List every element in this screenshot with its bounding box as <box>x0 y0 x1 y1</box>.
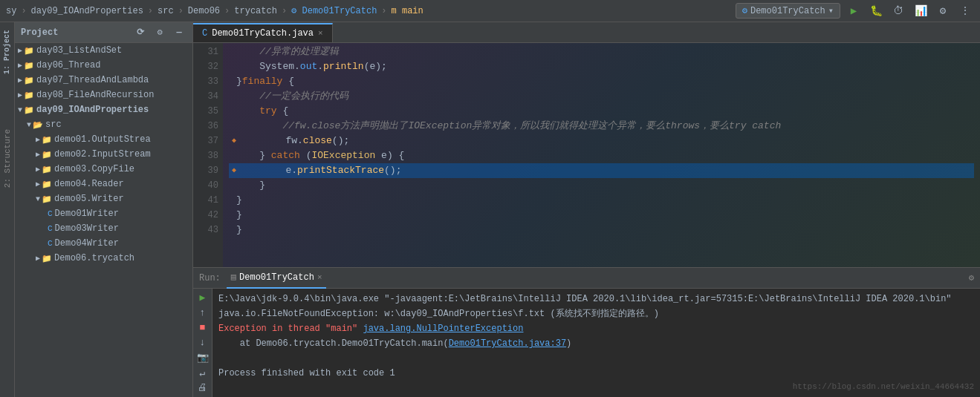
breadcrumb-main: m main <box>392 6 424 16</box>
tab-java-icon: C <box>202 28 207 39</box>
project-collapse-button[interactable]: — <box>172 25 186 40</box>
run-settings-button[interactable]: ⚙ <box>969 272 974 283</box>
profile-button[interactable]: 📊 <box>912 2 929 20</box>
run-tab-icon: ▤ <box>231 272 236 283</box>
run-output: E:\Java\jdk-9.0.4\bin\java.exe "-javaage… <box>212 289 980 397</box>
tree-item-demo04writer[interactable]: C Demo04Writer <box>15 236 192 251</box>
code-line-33: }finally { <box>229 74 974 89</box>
tree-item-day06[interactable]: ▶ 📁 day06_Thread <box>15 58 192 73</box>
project-label: Project <box>21 27 129 38</box>
code-editor[interactable]: 31 32 33 34 35 36 37 38 39 40 41 42 43 /… <box>193 43 980 267</box>
tree-item-day03[interactable]: ▶ 📁 day03_ListAndSet <box>15 43 192 58</box>
run-output-line-5 <box>218 351 974 366</box>
project-sidebar-tab[interactable]: 1: Project <box>1 25 13 79</box>
run-output-line-4: at Demo06.trycatch.Demo01TryCatch.main(D… <box>218 336 974 351</box>
run-tab-demo01[interactable]: ▤ Demo01TryCatch × <box>227 268 327 289</box>
top-bar: sy › day09_IOAndProperties › src › Demo0… <box>0 0 980 22</box>
run-label: Run: <box>199 273 221 283</box>
run-up-button[interactable]: ↑ <box>195 306 211 318</box>
run-output-line-6: Process finished with exit code 1 <box>218 366 974 381</box>
run-config-dropdown-icon: ▾ <box>828 5 834 16</box>
run-panel: Run: ▤ Demo01TryCatch × ⚙ ▶ ↑ ■ ↓ 📷 ↵ 🖨 <box>193 267 980 397</box>
run-down-button[interactable]: ↓ <box>195 337 211 349</box>
code-line-40: } <box>229 178 974 193</box>
project-panel: Project ⟳ ⚙ — ▶ 📁 day03_ListAndSet ▶ 📁 d… <box>15 22 193 397</box>
tree-item-day07[interactable]: ▶ 📁 day07_ThreadAndLambda <box>15 73 192 88</box>
editor-area: C Demo01TryCatch.java × 31 32 33 34 35 3… <box>193 22 980 397</box>
tab-filename: Demo01TryCatch.java <box>212 28 314 39</box>
breadcrumb-class: ⚙ Demo01TryCatch <box>291 5 377 16</box>
code-line-41: } <box>229 193 974 208</box>
project-settings-button[interactable]: ⚙ <box>152 25 167 40</box>
run-print-button[interactable]: 🖨 <box>195 382 211 394</box>
code-line-42: } <box>229 208 974 223</box>
tab-bar: C Demo01TryCatch.java × <box>193 22 980 43</box>
tree-item-demo05[interactable]: ▼ 📁 demo05.Writer <box>15 191 192 206</box>
code-line-35: try { <box>229 104 974 119</box>
run-button[interactable]: ▶ <box>845 2 863 20</box>
structure-sidebar-tab[interactable]: 2: Structure <box>1 125 13 192</box>
coverage-button[interactable]: ⏱ <box>889 2 907 20</box>
project-sync-button[interactable]: ⟳ <box>133 25 148 40</box>
breadcrumb-day09: day09_IOAndProperties <box>31 6 143 16</box>
run-output-line-2: java.io.FileNotFoundException: w:\day09_… <box>218 306 974 321</box>
left-icon-strip: 1: Project 2: Structure <box>0 22 15 397</box>
code-line-32: System.out.println(e); <box>229 59 974 74</box>
run-output-line-1: E:\Java\jdk-9.0.4\bin\java.exe "-javaage… <box>218 292 974 306</box>
tree-item-demo03[interactable]: ▶ 📁 demo03.CopyFile <box>15 162 192 177</box>
run-tab-close[interactable]: × <box>317 273 322 282</box>
project-panel-header: Project ⟳ ⚙ — <box>15 22 192 43</box>
run-toolbar: ▶ ↑ ■ ↓ 📷 ↵ 🖨 <box>193 289 212 397</box>
run-stop-button[interactable]: ■ <box>195 322 211 334</box>
code-line-43: } <box>229 223 974 237</box>
run-tab-name: Demo01TryCatch <box>239 272 314 283</box>
code-line-34: //一定会执行的代码 <box>229 89 974 104</box>
code-line-38: } catch (IOException e) { <box>229 148 974 163</box>
run-config-icon: ⚙ <box>742 5 747 16</box>
breadcrumb-sy: sy <box>6 6 16 16</box>
code-line-36: //fw.close方法声明抛出了IOException异常对象，所以我们就得处… <box>229 119 974 134</box>
file-tree: ▶ 📁 day03_ListAndSet ▶ 📁 day06_Thread ▶ … <box>15 43 192 397</box>
tree-item-demo06[interactable]: ▶ 📁 Demo06.trycatch <box>15 251 192 266</box>
run-content: ▶ ↑ ■ ↓ 📷 ↵ 🖨 E:\Java\jdk-9.0.4\bin\java… <box>193 289 980 397</box>
tree-item-demo03writer[interactable]: C Demo03Writer <box>15 221 192 236</box>
run-output-line-3: Exception in thread "main" java.lang.Nul… <box>218 321 974 336</box>
tab-close-button[interactable]: × <box>318 29 323 38</box>
tree-item-src[interactable]: ▼ 📂 src <box>15 117 192 132</box>
debug-button[interactable]: 🐛 <box>867 2 885 20</box>
breadcrumb-demo06: Demo06 <box>188 6 220 16</box>
tree-item-demo02[interactable]: ▶ 📁 demo02.InputStream <box>15 147 192 162</box>
settings-button[interactable]: ⚙ <box>934 2 952 20</box>
more-button[interactable]: ⋮ <box>956 2 974 20</box>
run-config-label: Demo01TryCatch <box>750 6 825 16</box>
code-content[interactable]: //异常的处理逻辑 System.out.println(e); }finall… <box>223 43 980 267</box>
run-screenshot-button[interactable]: 📷 <box>195 352 211 364</box>
tree-item-day08[interactable]: ▶ 📁 day08_FileAndRecursion <box>15 88 192 102</box>
code-line-31: //异常的处理逻辑 <box>229 45 974 59</box>
run-restart-button[interactable]: ▶ <box>195 292 211 304</box>
run-panel-header: Run: ▤ Demo01TryCatch × ⚙ <box>193 268 980 289</box>
tree-item-day09[interactable]: ▼ 📁 day09_IOAndProperties <box>15 102 192 117</box>
tree-item-demo04[interactable]: ▶ 📁 demo04.Reader <box>15 177 192 191</box>
run-stacktrace-link[interactable]: Demo01TryCatch.java:37 <box>449 336 566 351</box>
line-numbers: 31 32 33 34 35 36 37 38 39 40 41 42 43 <box>193 43 223 267</box>
tree-item-demo01[interactable]: ▶ 📁 demo01.OutputStrea <box>15 132 192 147</box>
editor-tab-demo01trycatch[interactable]: C Demo01TryCatch.java × <box>193 23 333 42</box>
code-line-37: ◆ fw.close(); <box>229 134 974 148</box>
tree-item-demo01writer[interactable]: C Demo01Writer <box>15 206 192 221</box>
run-watermark: https://blog.csdn.net/weixin_44664432 <box>793 379 974 394</box>
run-exception-text: Exception in thread "main" <box>218 321 363 336</box>
code-line-39: ◆ e.printStackTrace(); <box>229 163 974 178</box>
run-wrap-button[interactable]: ↵ <box>195 367 211 378</box>
breadcrumb-src: src <box>158 6 174 16</box>
run-nullpointer-link[interactable]: java.lang.NullPointerException <box>363 321 523 336</box>
run-config-selector[interactable]: ⚙ Demo01TryCatch ▾ <box>736 3 840 19</box>
breadcrumb-trycatch: trycatch <box>234 6 277 16</box>
